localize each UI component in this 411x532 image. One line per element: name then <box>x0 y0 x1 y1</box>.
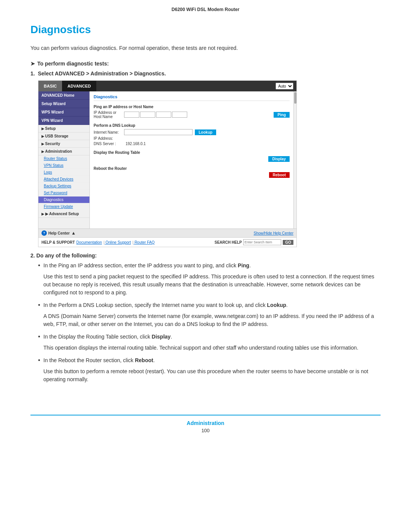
panel-title: Diagnostics <box>94 94 290 101</box>
ping-section: Ping an IP address or Host Name IP Addre… <box>94 105 290 119</box>
help-center-label: Help Center <box>48 231 70 235</box>
header-title: D6200 WiFi DSL Modem Router <box>172 7 239 12</box>
step2-display-text: In the Display the Routing Table section… <box>43 333 381 341</box>
router-faq-link[interactable]: Router FAQ <box>132 240 155 244</box>
help-icon: ? <box>41 230 47 236</box>
sidebar-item-advanced-setup[interactable]: ▶ Advanced Setup <box>38 210 89 218</box>
router-main-panel: Diagnostics Ping an IP address or Host N… <box>90 91 293 228</box>
dns-name-label: Internet Name: <box>94 130 124 134</box>
search-input[interactable] <box>243 239 281 245</box>
step2-dns-subtext: A DNS (Domain Name Server) converts the … <box>43 312 381 328</box>
footer-page-number: 100 <box>30 428 381 433</box>
step2-reboot-text: In the Reboot the Router section, click … <box>43 356 381 364</box>
dns-name-input[interactable] <box>124 129 193 135</box>
ping-input-1[interactable] <box>124 112 139 118</box>
step2-item-ping: In the Ping an IP address section, enter… <box>38 262 381 297</box>
intro-text: You can perform various diagnostics. For… <box>30 44 381 52</box>
dns-server-label: DNS Server : <box>94 142 124 146</box>
ping-input-3[interactable] <box>156 112 171 118</box>
go-button[interactable]: GO <box>283 240 293 245</box>
steps-list: 1. Select ADVANCED > Administration > Di… <box>30 70 381 247</box>
sidebar-item-setup-wizard[interactable]: Setup Wizard <box>38 100 89 108</box>
show-hide-help[interactable]: Show/Hide Help Center <box>254 231 294 235</box>
search-help-label: SEARCH HELP <box>215 240 242 244</box>
section-heading-text: To perform diagnostic tests: <box>37 61 109 67</box>
ping-section-title: Ping an IP address or Host Name <box>94 105 290 109</box>
step2-ping-subtext: Use this test to send a ping packet requ… <box>43 273 381 297</box>
display-button[interactable]: Display <box>268 156 290 162</box>
step2-reboot-subtext: Use this button to perform a remote rebo… <box>43 367 381 383</box>
ping-button[interactable]: Ping <box>274 112 290 118</box>
dns-server-row: DNS Server : 192.168.0.1 <box>94 142 290 146</box>
arrow-icon: ➤ <box>30 61 35 67</box>
lookup-button[interactable]: Lookup <box>195 129 216 135</box>
ping-label: IP Address or Host Name <box>94 110 124 119</box>
step2-ping-text: In the Ping an IP address section, enter… <box>43 262 381 270</box>
help-left: ? Help Center ▲ <box>41 230 76 236</box>
sidebar-sub-diagnostics[interactable]: Diagnostics <box>38 197 89 203</box>
step-1: 1. Select ADVANCED > Administration > Di… <box>30 70 381 247</box>
router-topbar: BASIC ADVANCED Auto <box>38 81 296 91</box>
display-bold: Display <box>152 334 171 340</box>
ping-inputs <box>124 112 271 118</box>
sidebar-item-setup[interactable]: Setup <box>38 125 89 133</box>
scrollbar[interactable] <box>293 91 296 228</box>
router-sidebar: ADVANCED Home Setup Wizard WPS Wizard VP… <box>38 91 90 228</box>
reboot-button[interactable]: Reboot <box>269 172 290 178</box>
sidebar-item-vpn-wizard[interactable]: VPN Wizard <box>38 117 89 125</box>
dns-section-title: Perform a DNS Lookup <box>94 123 290 128</box>
sidebar-sub-backup-settings[interactable]: Backup Settings <box>38 183 89 190</box>
step2-dns-text: In the Perform a DNS Lookup section, spe… <box>43 301 381 309</box>
reboot-section-title: Reboot the Router <box>94 166 290 171</box>
step2-item-display: In the Display the Routing Table section… <box>38 333 381 352</box>
sidebar-sub-firmware-update[interactable]: Firmware Update <box>38 203 89 210</box>
help-arrow-icon: ▲ <box>71 230 76 236</box>
routing-section: Display the Routing Table Display <box>94 150 290 162</box>
tab-basic[interactable]: BASIC <box>38 81 62 91</box>
sidebar-sub-logs[interactable]: Logs <box>38 169 89 176</box>
sidebar-sub-router-status[interactable]: Router Status <box>38 155 89 162</box>
router-ui-screenshot: BASIC ADVANCED Auto ADVANCED Home Setup … <box>38 80 297 247</box>
topbar-right: Auto <box>276 81 296 91</box>
ping-bold: Ping <box>238 262 249 268</box>
bottom-bar-right: SEARCH HELP GO <box>215 239 293 245</box>
dns-ip-label: IP Address: <box>94 136 124 141</box>
sidebar-item-usb-storage[interactable]: USB Storage <box>38 133 89 140</box>
step-2-label: 2. Do any of the following: <box>30 252 381 259</box>
routing-section-title: Display the Routing Table <box>94 150 290 155</box>
lookup-bold: Lookup <box>267 302 287 308</box>
tab-advanced[interactable]: ADVANCED <box>62 81 96 91</box>
ping-row: IP Address or Host Name Ping <box>94 110 290 119</box>
dns-section: Perform a DNS Lookup Internet Name: Look… <box>94 123 290 146</box>
step2-item-reboot: In the Reboot the Router section, click … <box>38 356 381 383</box>
footer-section-label: Administration <box>30 420 381 426</box>
routing-btn-row: Display <box>94 156 290 162</box>
sidebar-sub-vpn-status[interactable]: VPN Status <box>38 162 89 169</box>
page-header: D6200 WiFi DSL Modem Router <box>0 0 411 16</box>
sidebar-item-wps-wizard[interactable]: WPS Wizard <box>38 108 89 117</box>
help-support-label: HELP & SUPPORT <box>41 240 75 244</box>
ping-input-2[interactable] <box>140 112 155 118</box>
bottom-bar-left: HELP & SUPPORT Documentation Online Supp… <box>41 240 155 244</box>
sidebar-item-advanced-home[interactable]: ADVANCED Home <box>38 91 89 100</box>
router-body: ADVANCED Home Setup Wizard WPS Wizard VP… <box>38 91 296 228</box>
sidebar-item-security[interactable]: Security <box>38 140 89 148</box>
section-heading: ➤ To perform diagnostic tests: <box>30 61 381 67</box>
reboot-bold: Reboot <box>135 357 153 363</box>
step-1-label: 1. Select ADVANCED > Administration > Di… <box>30 70 381 77</box>
scroll-thumb <box>294 92 296 104</box>
online-support-link[interactable]: Online Support <box>104 240 131 244</box>
page-footer: Administration 100 <box>30 415 381 433</box>
step2-list: In the Ping an IP address section, enter… <box>38 262 381 383</box>
ping-input-4[interactable] <box>172 112 187 118</box>
sidebar-sub-set-password[interactable]: Set Password <box>38 190 89 197</box>
auto-dropdown[interactable]: Auto <box>276 83 293 89</box>
sidebar-sub-attached-devices[interactable]: Attached Devices <box>38 176 89 183</box>
dns-name-row: Internet Name: Lookup <box>94 129 290 135</box>
reboot-section: Reboot the Router Reboot <box>94 166 290 178</box>
step2-display-subtext: This operation displays the internal rou… <box>43 344 381 352</box>
documentation-link[interactable]: Documentation <box>76 240 102 244</box>
step2-item-dns: In the Perform a DNS Lookup section, spe… <box>38 301 381 328</box>
reboot-btn-row: Reboot <box>94 172 290 178</box>
sidebar-item-administration[interactable]: Administration <box>38 148 89 155</box>
